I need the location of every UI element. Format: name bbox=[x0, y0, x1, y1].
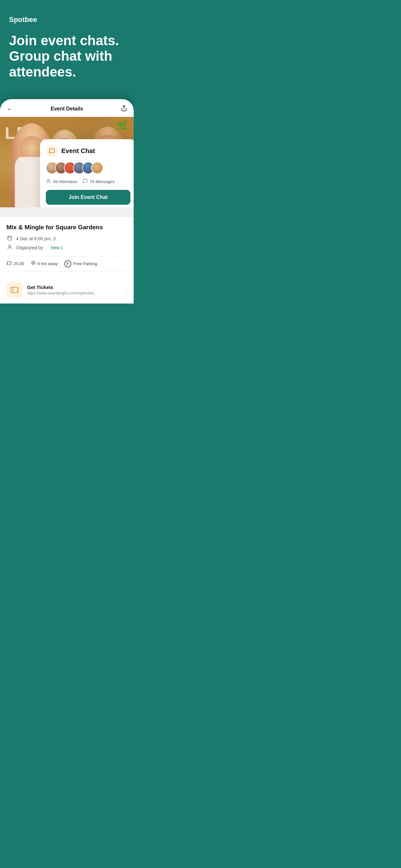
chat-overlay-header: Event Chat bbox=[46, 145, 130, 157]
chat-stats: 48 Attendees 76 Messages bbox=[46, 179, 130, 185]
parking-value: Free Parking bbox=[73, 261, 97, 266]
ticket-url: https://www.eventbright.com/myticketst..… bbox=[27, 291, 121, 296]
phone-card: ← Event Details LBK 🌿 bbox=[0, 99, 134, 304]
nav-title: Event Details bbox=[51, 106, 83, 112]
hero-line1: Join event chats. bbox=[9, 33, 119, 48]
chat-overlay-title: Event Chat bbox=[61, 147, 95, 155]
svg-rect-2 bbox=[8, 236, 11, 240]
attendees-stat: 48 Attendees bbox=[46, 179, 78, 185]
parking-badge: P bbox=[64, 260, 71, 268]
chat-avatars bbox=[46, 162, 130, 174]
person-icon bbox=[46, 179, 51, 185]
hero-line2: Group chat with bbox=[9, 49, 112, 64]
event-info-row: 25.00 6 km away P Free Parking bbox=[6, 256, 127, 272]
parking-chip: P Free Parking bbox=[64, 260, 97, 268]
header-section: Spotbee Join event chats. Group chat wit… bbox=[0, 0, 134, 93]
hero-tagline: Join event chats. Group chat with attend… bbox=[9, 33, 125, 80]
event-organizer-meta: Organized by New L bbox=[6, 244, 127, 251]
get-tickets-row[interactable]: Get Tickets https://www.eventbright.com/… bbox=[6, 277, 127, 304]
back-button[interactable]: ← bbox=[6, 105, 13, 113]
leaves-decoration: 🌿 bbox=[116, 120, 127, 131]
distance-value: 6 km away bbox=[38, 261, 58, 266]
app-name: Spotbee bbox=[9, 16, 125, 24]
attendees-count: 48 Attendees bbox=[53, 179, 78, 184]
svg-point-6 bbox=[9, 245, 10, 247]
ticket-text: Get Tickets https://www.eventbright.com/… bbox=[27, 284, 121, 296]
event-image: LBK 🌿 Event Chat bbox=[0, 117, 134, 207]
event-date-text: 4 Dec at 6:00 pm, 3 bbox=[16, 236, 56, 241]
ticket-small-icon bbox=[6, 260, 11, 267]
phone-nav: ← Event Details bbox=[0, 99, 134, 117]
svg-point-7 bbox=[33, 262, 34, 264]
ticket-icon-box bbox=[6, 282, 23, 298]
share-button[interactable] bbox=[121, 105, 127, 113]
avatar-6 bbox=[91, 162, 103, 174]
organizer-label: Organized by bbox=[16, 245, 43, 250]
price-chip: 25.00 bbox=[6, 260, 24, 267]
chat-overlay-card: Event Chat bbox=[40, 139, 134, 207]
messages-stat: 76 Messages bbox=[83, 179, 115, 185]
hero-line3: attendees. bbox=[9, 64, 76, 80]
location-icon bbox=[31, 260, 36, 267]
price-value: 25.00 bbox=[13, 261, 24, 266]
event-title: Mix & Mingle for Square Gardens bbox=[6, 223, 127, 231]
messages-icon bbox=[83, 179, 88, 185]
organizer-link[interactable]: New L bbox=[51, 245, 64, 250]
messages-count: 76 Messages bbox=[90, 179, 115, 184]
tickets-chevron-icon: › bbox=[126, 287, 127, 293]
calendar-icon bbox=[6, 236, 13, 242]
event-meta: 4 Dec at 6:00 pm, 3 Organized by New L bbox=[6, 236, 127, 251]
chat-icon bbox=[46, 145, 58, 157]
svg-point-1 bbox=[48, 179, 49, 181]
ticket-title: Get Tickets bbox=[27, 284, 121, 290]
organizer-icon bbox=[6, 244, 13, 251]
distance-chip: 6 km away bbox=[31, 260, 58, 267]
event-details: Mix & Mingle for Square Gardens 4 Dec at… bbox=[0, 217, 134, 304]
event-date-meta: 4 Dec at 6:00 pm, 3 bbox=[6, 236, 127, 242]
join-event-chat-button[interactable]: Join Event Chat bbox=[46, 190, 130, 205]
